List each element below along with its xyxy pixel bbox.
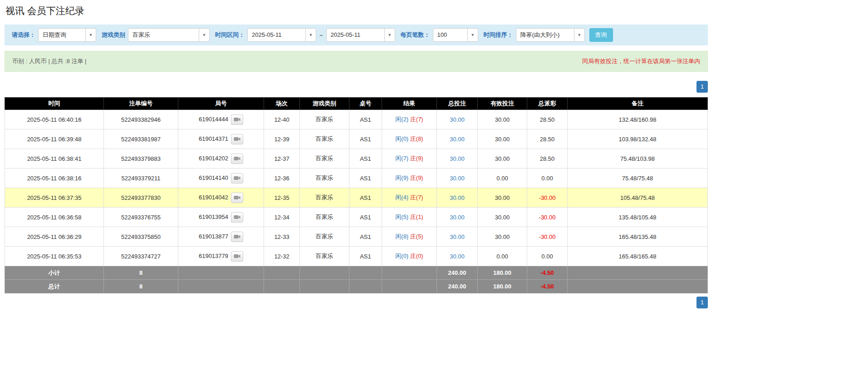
header-total-bet: 总投注 (437, 98, 478, 110)
sort-order-select[interactable]: 降幂(由大到小) ▼ (516, 28, 585, 42)
camera-button[interactable] (231, 134, 243, 144)
session-cell: 12-34 (264, 208, 300, 227)
chevron-down-icon[interactable]: ▼ (199, 29, 209, 41)
remark-cell: 105.48/75.48 (568, 188, 708, 208)
bet-id-cell: 522493374727 (104, 247, 178, 266)
header-time: 时间 (5, 98, 104, 110)
round-id-value: 619014202 (199, 154, 228, 161)
camera-button[interactable] (231, 173, 243, 184)
page-button[interactable]: 1 (696, 297, 708, 308)
player-result: 闲(2) (395, 116, 408, 123)
search-button[interactable]: 查询 (589, 28, 613, 42)
camera-button[interactable] (231, 193, 243, 203)
session-cell: 12-37 (264, 149, 300, 169)
header-table-no: 桌号 (349, 98, 382, 110)
camera-button[interactable] (231, 212, 243, 223)
total-bet-link[interactable]: 30.00 (450, 116, 465, 123)
banker-result: 庄(8) (410, 135, 423, 142)
date-from-picker[interactable]: 2025-05-11 ▼ (247, 28, 316, 42)
page-size-label: 每页笔数： (401, 31, 430, 39)
round-id-value: 619014042 (199, 193, 228, 200)
round-id-value: 619014444 (199, 115, 228, 122)
time-range-label: 时间区间： (215, 31, 245, 39)
query-type-select[interactable]: 日期查询 ▼ (38, 28, 96, 42)
total-bet-link[interactable]: 30.00 (450, 214, 465, 221)
remark-cell: 103.98/132.48 (568, 129, 708, 149)
date-to-picker[interactable]: 2025-05-11 ▼ (326, 28, 395, 42)
empty-cell (382, 266, 437, 280)
game-type-select[interactable]: 百家乐 ▼ (128, 28, 210, 42)
round-id-cell: 619013779 (178, 247, 264, 266)
time-cell: 2025-05-11 06:38:41 (5, 149, 104, 169)
total-bet-link[interactable]: 30.00 (450, 233, 465, 240)
table-no-cell: AS1 (349, 227, 382, 247)
round-id-value: 619014140 (199, 174, 228, 181)
banker-result: 庄(9) (410, 155, 423, 162)
round-id-value: 619014371 (199, 135, 228, 142)
empty-cell (264, 266, 300, 280)
session-cell: 12-36 (264, 169, 300, 188)
total-bet-link[interactable]: 30.00 (450, 136, 465, 143)
subtotal-row: 小计 8 240.00 180.00 -4.50 (5, 266, 708, 280)
chevron-down-icon[interactable]: ▼ (384, 29, 395, 41)
round-id-cell: 619014042 (178, 188, 264, 208)
pagination-top: 1 (5, 81, 708, 93)
payout-cell: -30.00 (527, 227, 568, 247)
total-bet-link[interactable]: 30.00 (450, 175, 465, 182)
chevron-down-icon[interactable]: ▼ (467, 29, 478, 41)
game-type-cell: 百家乐 (300, 149, 349, 169)
time-cell: 2025-05-11 06:36:29 (5, 227, 104, 247)
total-bet-link[interactable]: 30.00 (450, 194, 465, 201)
game-type-cell: 百家乐 (300, 208, 349, 227)
table-row: 2025-05-11 06:40:16 522493382946 6190144… (5, 110, 708, 129)
valid-bet-cell: 30.00 (478, 208, 527, 227)
round-id-value: 619013954 (199, 213, 228, 220)
camera-icon (234, 117, 240, 122)
time-cell: 2025-05-11 06:38:16 (5, 169, 104, 188)
empty-cell (382, 280, 437, 293)
time-cell: 2025-05-11 06:40:16 (5, 110, 104, 129)
bet-records-table: 时间 注单编号 局号 场次 游戏类别 桌号 结果 总投注 有效投注 总派彩 备注… (5, 97, 708, 293)
filter-bar: 请选择： 日期查询 ▼ 游戏类别 百家乐 ▼ 时间区间： 2025-05-11 … (5, 25, 708, 45)
result-cell: 闲(9) 庄(9) (382, 169, 437, 188)
chevron-down-icon[interactable]: ▼ (85, 29, 96, 41)
camera-button[interactable] (231, 232, 243, 242)
session-cell: 12-32 (264, 247, 300, 266)
camera-button[interactable] (231, 114, 243, 125)
remark-cell: 75.48/103.98 (568, 149, 708, 169)
camera-button[interactable] (231, 154, 243, 164)
camera-icon (234, 253, 240, 259)
total-bet-link[interactable]: 30.00 (450, 155, 465, 162)
player-result: 闲(7) (395, 155, 408, 162)
total-bet-link[interactable]: 30.00 (450, 253, 465, 260)
camera-icon (234, 175, 240, 181)
bet-id-cell: 522493379883 (104, 149, 178, 169)
valid-bet-cell: 30.00 (478, 188, 527, 208)
round-id-cell: 619014371 (178, 129, 264, 149)
total-valid-bet: 180.00 (478, 280, 527, 293)
page-container: 视讯 会员下注纪录 请选择： 日期查询 ▼ 游戏类别 百家乐 ▼ 时间区间： 2… (0, 0, 708, 308)
banker-result: 庄(9) (410, 174, 423, 181)
player-result: 闲(5) (395, 213, 408, 220)
round-id-cell: 619014202 (178, 149, 264, 169)
page-size-select[interactable]: 100 ▼ (433, 28, 478, 42)
header-payout: 总派彩 (527, 98, 568, 110)
round-id-cell: 619014444 (178, 110, 264, 129)
total-bet-cell: 30.00 (437, 129, 478, 149)
round-id-cell: 619013877 (178, 227, 264, 247)
bet-id-cell: 522493377830 (104, 188, 178, 208)
empty-cell (300, 266, 349, 280)
page-button[interactable]: 1 (696, 81, 708, 93)
bet-id-cell: 522493382946 (104, 110, 178, 129)
sort-order-label: 时间排序： (484, 31, 513, 39)
valid-bet-cell: 30.00 (478, 227, 527, 247)
chevron-down-icon[interactable]: ▼ (305, 29, 316, 41)
subtotal-count: 8 (104, 266, 178, 280)
camera-icon (234, 214, 240, 220)
camera-button[interactable] (231, 251, 243, 262)
table-no-cell: AS1 (349, 169, 382, 188)
currency-summary: 币别 : 人民币 | 总共 :8 注单 | (12, 57, 87, 65)
total-bet-cell: 30.00 (437, 227, 478, 247)
empty-cell (178, 280, 264, 293)
chevron-down-icon[interactable]: ▼ (574, 29, 584, 41)
